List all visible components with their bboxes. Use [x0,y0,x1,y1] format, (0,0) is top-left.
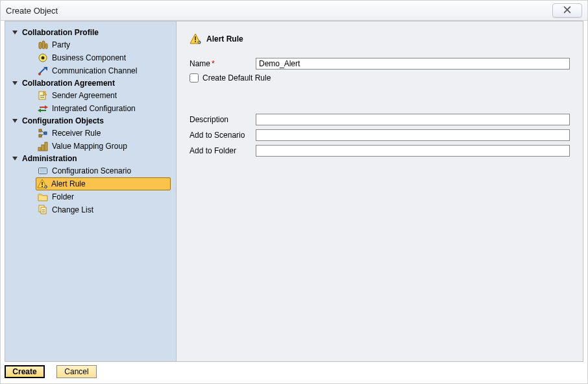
svg-rect-24 [42,186,43,187]
row-add-to-folder: Add to Folder [190,145,570,157]
svg-rect-16 [38,147,41,151]
row-add-to-scenario: Add to Scenario [190,129,570,141]
svg-marker-19 [12,157,18,160]
main-panel: Alert Rule Name* Create Default Rule Des… [177,21,583,361]
alert-rule-icon [190,33,201,45]
tree-section-configuration-objects: Configuration Objects Receiver Rule Valu… [12,115,171,153]
sidebar: Collaboration Profile Party Business Com… [5,21,177,361]
tree-header-configuration-objects[interactable]: Configuration Objects [12,115,171,127]
create-object-dialog: Create Object Collaboration Profile [0,0,588,384]
svg-rect-18 [45,142,47,151]
svg-rect-14 [39,134,42,137]
panel-heading-label: Alert Rule [206,34,243,44]
close-icon [563,5,572,16]
svg-rect-13 [39,129,42,132]
row-name: Name* [190,58,570,70]
footer: Create Cancel [5,363,583,379]
svg-point-7 [38,73,41,75]
integrated-configuration-icon [38,103,48,114]
label-add-to-folder: Add to Folder [190,146,256,155]
tree-item-change-list[interactable]: Change List [36,203,171,216]
value-mapping-group-icon [38,141,48,151]
tree-header-label: Administration [22,154,77,163]
svg-marker-11 [38,109,41,112]
row-description: Description [190,114,570,125]
sender-agreement-icon [38,90,48,101]
svg-point-5 [42,57,45,60]
svg-rect-2 [42,41,45,49]
name-input[interactable] [256,58,570,70]
tree-header-label: Collaboration Agreement [22,79,115,88]
window-title: Create Object [6,6,58,16]
svg-rect-27 [41,207,46,214]
add-to-folder-input[interactable] [256,145,570,157]
create-default-checkbox[interactable] [190,73,199,83]
tree-header-collaboration-profile[interactable]: Collaboration Profile [12,27,171,38]
svg-marker-10 [45,105,48,109]
tree-header-collaboration-agreement[interactable]: Collaboration Agreement [12,77,171,89]
tree-item-label: Sender Agreement [52,91,117,100]
tree-item-label: Folder [52,192,74,201]
close-button[interactable] [552,3,582,18]
svg-rect-17 [42,145,44,151]
chevron-down-icon [12,118,18,124]
required-asterisk-icon: * [212,59,215,68]
label-create-default: Create Default Rule [202,73,271,83]
tree-item-receiver-rule[interactable]: Receiver Rule [36,127,171,140]
tree-item-label: Alert Rule [51,179,86,188]
tree-item-label: Change List [52,205,93,214]
tree-section-collaboration-agreement: Collaboration Agreement Sender Agreement… [12,77,171,115]
tree-header-administration[interactable]: Administration [12,153,171,164]
tree-header-label: Collaboration Profile [22,28,99,37]
svg-rect-3 [45,44,47,49]
change-list-icon [38,205,48,215]
label-name: Name* [190,59,256,68]
tree-item-label: Value Mapping Group [52,142,127,151]
tree-item-label: Receiver Rule [52,129,101,138]
svg-rect-1 [39,42,42,49]
chevron-down-icon [12,29,18,36]
chevron-down-icon [12,155,18,162]
receiver-rule-icon [38,128,48,138]
tree-item-business-component[interactable]: Business Component [36,51,171,64]
tree-item-party[interactable]: Party [36,38,171,51]
tree-item-integrated-configuration[interactable]: Integrated Configuration [36,102,171,115]
cancel-button[interactable]: Cancel [56,365,97,378]
tree-item-value-mapping-group[interactable]: Value Mapping Group [36,140,171,153]
communication-channel-icon [38,66,48,76]
description-input[interactable] [256,114,570,125]
svg-rect-23 [42,182,43,185]
create-button[interactable]: Create [5,365,45,378]
tree-item-label: Party [52,40,70,49]
label-add-to-scenario: Add to Scenario [190,131,256,140]
svg-rect-30 [195,41,196,42]
svg-rect-21 [40,169,46,173]
tree-item-communication-channel[interactable]: Communication Channel [36,64,171,77]
tree-item-sender-agreement[interactable]: Sender Agreement [36,89,171,102]
party-icon [38,40,48,50]
tree-item-label: Configuration Scenario [52,166,131,175]
tree-item-folder[interactable]: Folder [36,190,171,203]
row-create-default: Create Default Rule [190,73,570,83]
configuration-scenario-icon [38,166,48,176]
svg-marker-0 [12,31,18,34]
add-to-scenario-input[interactable] [256,129,570,141]
alert-rule-icon [37,179,47,189]
tree-header-label: Configuration Objects [22,116,104,125]
svg-rect-15 [44,132,47,134]
dialog-body: Collaboration Profile Party Business Com… [5,21,583,362]
tree-item-label: Business Component [52,53,126,62]
panel-heading: Alert Rule [190,32,570,58]
tree-item-label: Integrated Configuration [52,104,136,113]
tree-section-collaboration-profile: Collaboration Profile Party Business Com… [12,27,171,77]
titlebar: Create Object [1,1,587,21]
tree-section-administration: Administration Configuration Scenario Al… [12,153,171,216]
tree-item-label: Communication Channel [52,66,137,75]
tree-item-alert-rule[interactable]: Alert Rule [36,177,171,190]
svg-marker-8 [12,81,18,85]
svg-marker-12 [12,119,18,123]
business-component-icon [38,53,48,63]
chevron-down-icon [12,80,18,86]
tree-item-configuration-scenario[interactable]: Configuration Scenario [36,164,171,177]
label-description: Description [190,115,256,124]
